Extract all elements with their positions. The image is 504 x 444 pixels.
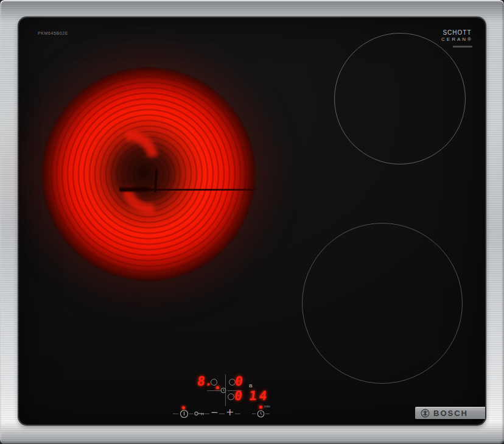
burner-back-right-outline (334, 33, 466, 164)
ceran-wordmark: CERAN® (437, 37, 477, 42)
timer-active-led (259, 406, 262, 409)
schott-ceran-logo: SCHOTT CERAN® (437, 29, 477, 48)
burner-front-left-glowing (41, 67, 256, 281)
timer-minutes-display: 14 (248, 390, 270, 403)
timer-clock-button[interactable] (257, 410, 265, 418)
zone-indicator-ring-left (211, 379, 217, 386)
button-separator (189, 414, 193, 414)
button-separator (252, 414, 256, 414)
bosch-armature-icon (421, 409, 430, 418)
button-separator (235, 414, 240, 414)
burner-sensor-rod (119, 189, 256, 191)
key-lock-button[interactable] (194, 411, 205, 417)
schott-wordmark: SCHOTT (437, 29, 477, 36)
minus-button[interactable]: − (211, 408, 219, 417)
zone-clock-icon (220, 387, 226, 393)
button-separator (265, 414, 270, 414)
model-code-print: PKM645B02E (38, 31, 68, 35)
button-separator (173, 414, 178, 414)
ceramic-glass-surface: PKM645B02E SCHOTT CERAN® 8. (19, 18, 485, 425)
timer-zone-level-display: 0 (234, 390, 243, 403)
bosch-cooktop-photo: PKM645B02E SCHOTT CERAN® 8. (0, 0, 504, 444)
burner-front-right-outline (302, 223, 463, 384)
minutes-unit-label: min (264, 404, 270, 408)
display-divider-left (207, 390, 221, 391)
plus-button[interactable]: + (226, 407, 234, 417)
button-separator (205, 414, 209, 414)
bosch-wordmark: BOSCH (433, 409, 468, 418)
schott-fineprint (453, 46, 472, 48)
button-separator (219, 414, 225, 414)
zone-selected-led (216, 386, 219, 389)
power-button[interactable] (180, 409, 189, 418)
bosch-badge: BOSCH (415, 407, 485, 419)
display-indicator-b: B (249, 383, 253, 389)
top-right-level-display: 0 (234, 375, 243, 388)
